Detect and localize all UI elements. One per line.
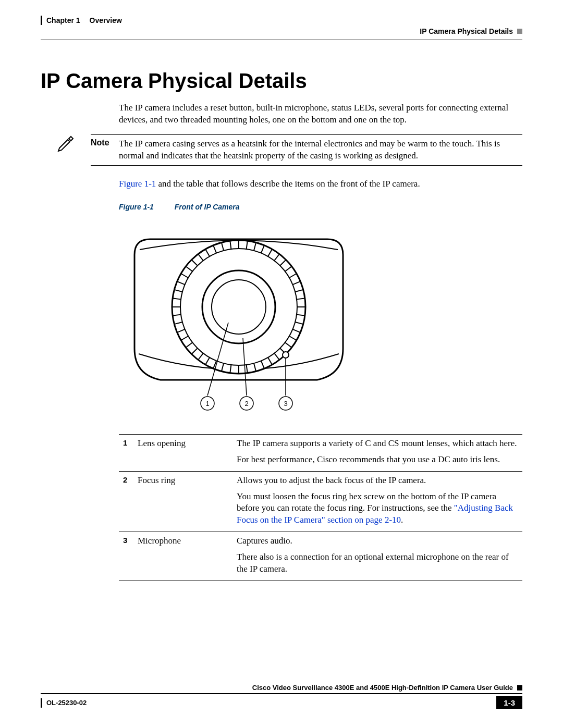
figure-ref-rest: and the table that follows describe the … (156, 179, 420, 189)
note-rule-top (91, 134, 522, 135)
part-name: Focus ring (133, 471, 232, 532)
header-rule (41, 40, 522, 40)
page-header: Chapter 1 Overview IP Camera Physical De… (41, 16, 522, 35)
part-number: 2 (119, 471, 133, 532)
figure-title: Front of IP Camera (175, 203, 240, 211)
table-row: 1Lens openingThe IP camera supports a va… (119, 434, 522, 471)
note-label: Note (91, 138, 119, 147)
part-number: 3 (119, 532, 133, 581)
note-pencil-icon (56, 146, 75, 155)
part-desc: The IP camera supports a variety of C an… (232, 434, 522, 471)
footer-rule (41, 693, 522, 694)
callout-3: 3 (284, 400, 287, 408)
page-footer: Cisco Video Surveillance 4300E and 4500E… (41, 684, 522, 709)
table-row: 3MicrophoneCaptures audio.There also is … (119, 532, 522, 581)
svg-point-3 (212, 280, 266, 334)
svg-point-4 (283, 352, 289, 358)
footer-docnum: OL-25230-02 (46, 699, 87, 707)
header-bar-icon (41, 16, 42, 25)
parts-table: 1Lens openingThe IP camera supports a va… (119, 434, 522, 581)
page-title: IP Camera Physical Details (41, 69, 522, 93)
table-row: 2Focus ringAllows you to adjust the back… (119, 471, 522, 532)
header-section-title: IP Camera Physical Details (420, 27, 513, 35)
page-number-badge: 1-3 (496, 696, 522, 709)
footer-marker-icon (517, 685, 522, 690)
part-desc: Captures audio.There also is a connectio… (232, 532, 522, 581)
part-name: Lens opening (133, 434, 232, 471)
figure-link[interactable]: Figure 1-1 (119, 179, 156, 189)
figure-ref-line: Figure 1-1 and the table that follows de… (119, 178, 522, 190)
header-marker-icon (517, 29, 522, 34)
part-number: 1 (119, 434, 133, 471)
footer-bar-icon (41, 698, 42, 708)
figure-image: 1 2 3 (119, 218, 522, 427)
footer-guide-title: Cisco Video Surveillance 4300E and 4500E… (252, 684, 513, 692)
callout-2: 2 (244, 400, 248, 408)
part-name: Microphone (133, 532, 232, 581)
header-right: IP Camera Physical Details (420, 27, 522, 35)
callout-1: 1 (205, 400, 209, 408)
header-left: Chapter 1 Overview (41, 16, 122, 25)
part-desc: Allows you to adjust the back focus of t… (232, 471, 522, 532)
intro-text: The IP camera includes a reset button, b… (119, 102, 522, 126)
chapter-label: Chapter 1 (46, 16, 80, 24)
note-block: Note The IP camera casing serves as a he… (41, 134, 522, 169)
section-label: Overview (90, 16, 122, 24)
figure-number: Figure 1-1 (119, 203, 154, 211)
figure-caption: Figure 1-1 Front of IP Camera (119, 203, 522, 211)
note-text: The IP camera casing serves as a heatsin… (119, 138, 522, 162)
note-rule-bottom (91, 165, 522, 166)
